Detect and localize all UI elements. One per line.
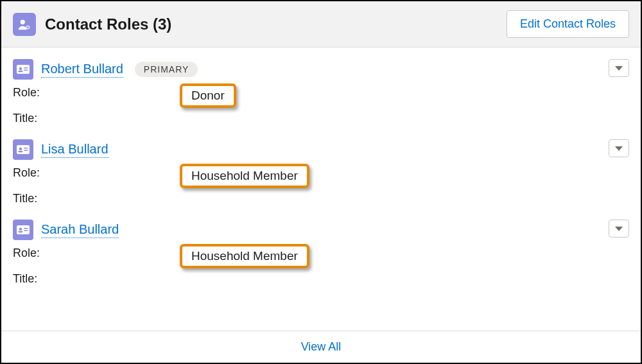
title-value: [180, 272, 629, 286]
role-text: Household Member: [191, 169, 298, 182]
svg-point-3: [19, 67, 22, 70]
row-top: Sarah Bullard: [13, 220, 629, 240]
edit-contact-roles-button[interactable]: Edit Contact Roles: [507, 10, 629, 38]
row-actions-button[interactable]: [609, 59, 629, 77]
svg-rect-7: [17, 145, 30, 154]
role-label: Role:: [13, 86, 180, 108]
title-label: Title:: [13, 112, 180, 125]
title-label: Title:: [13, 192, 180, 205]
highlight-box: Household Member: [180, 244, 309, 268]
view-all-link[interactable]: View All: [301, 340, 342, 353]
header-left: Contact Roles (3): [13, 13, 171, 36]
svg-rect-9: [19, 151, 23, 152]
svg-rect-15: [24, 228, 28, 229]
field-grid: Role: Household Member Title:: [13, 166, 629, 205]
contact-name-link[interactable]: Robert Bullard: [41, 62, 123, 78]
role-text: Donor: [191, 89, 225, 102]
contact-roles-icon: [13, 13, 36, 36]
svg-point-13: [19, 228, 22, 230]
role-text: Household Member: [191, 249, 298, 263]
role-value: Household Member: [180, 166, 629, 188]
svg-rect-12: [17, 225, 30, 234]
contact-role-row: Sarah Bullard Role: Household Member Tit…: [13, 214, 629, 295]
panel-header: Contact Roles (3) Edit Contact Roles: [1, 1, 641, 48]
contact-name-link[interactable]: Sarah Bullard: [41, 222, 119, 238]
row-top: Lisa Bullard: [13, 139, 629, 160]
contact-role-row: Robert Bullard PRIMARY Role: Donor Title…: [13, 54, 629, 134]
svg-rect-6: [24, 70, 28, 71]
chevron-down-icon: [615, 227, 623, 231]
chevron-down-icon: [615, 66, 623, 71]
row-actions-button[interactable]: [609, 139, 629, 157]
svg-rect-14: [19, 231, 23, 232]
highlight-box: Donor: [180, 83, 236, 108]
svg-point-8: [19, 148, 22, 150]
svg-rect-10: [24, 148, 28, 149]
svg-rect-5: [24, 67, 28, 69]
panel-footer: View All: [1, 331, 641, 363]
panel-title: Contact Roles (3): [45, 15, 171, 33]
contact-card-icon: [13, 59, 33, 80]
role-value: Donor: [180, 86, 629, 108]
field-grid: Role: Donor Title:: [13, 86, 629, 125]
svg-rect-16: [24, 230, 28, 232]
chevron-down-icon: [615, 146, 623, 151]
field-grid: Role: Household Member Title:: [13, 247, 629, 286]
contact-roles-panel: Contact Roles (3) Edit Contact Roles Rob…: [0, 0, 642, 364]
contact-role-row: Lisa Bullard Role: Household Member Titl…: [13, 134, 629, 214]
contact-name-link[interactable]: Lisa Bullard: [41, 142, 108, 158]
role-label: Role:: [13, 166, 180, 188]
highlight-box: Household Member: [180, 164, 309, 188]
title-value: [180, 192, 629, 205]
panel-body: Robert Bullard PRIMARY Role: Donor Title…: [1, 48, 641, 331]
row-actions-button[interactable]: [609, 220, 629, 238]
primary-badge: PRIMARY: [135, 62, 198, 77]
svg-rect-4: [19, 71, 23, 72]
role-label: Role:: [13, 247, 180, 268]
svg-point-0: [21, 19, 25, 24]
title-value: [180, 112, 629, 125]
contact-card-icon: [13, 220, 33, 240]
role-value: Household Member: [180, 247, 629, 268]
row-top: Robert Bullard PRIMARY: [13, 59, 629, 80]
svg-rect-2: [17, 65, 30, 74]
svg-rect-11: [24, 150, 28, 152]
contact-card-icon: [13, 139, 33, 160]
title-label: Title:: [13, 272, 180, 286]
